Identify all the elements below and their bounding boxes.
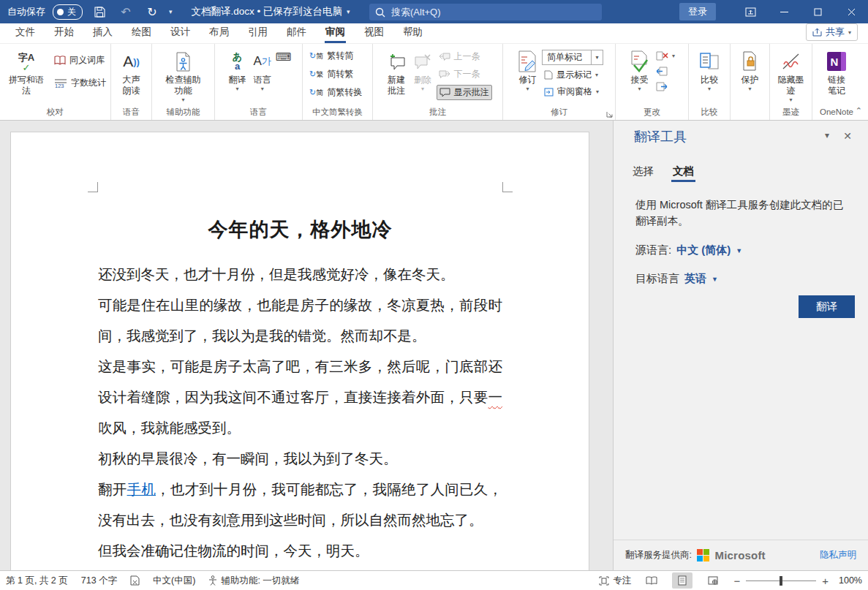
pane-tab-document[interactable]: 文档 xyxy=(673,164,694,182)
web-layout-button[interactable] xyxy=(703,572,723,589)
tab-help[interactable]: 帮助 xyxy=(393,22,432,43)
tab-insert[interactable]: 插入 xyxy=(83,22,122,43)
maximize-button[interactable] xyxy=(801,0,834,23)
tab-mailings[interactable]: 邮件 xyxy=(277,22,316,43)
customize-toolbar-chevron-icon[interactable]: ▾ xyxy=(169,8,173,15)
group-language: あ a 翻译 ▾ A가 语言 ▾ ⌨ 语言 xyxy=(215,44,303,120)
paragraph[interactable]: 可能是住在山里的缘故，也能是房子的缘故，冬凉夏热，前段时间，我感觉到了，我以为是… xyxy=(98,290,502,351)
pane-tab-selection[interactable]: 选择 xyxy=(633,164,654,182)
previous-change-button[interactable] xyxy=(654,66,677,77)
document-heading[interactable]: 今年的天，格外地冷 xyxy=(98,216,502,243)
thesaurus-button[interactable]: 同义词库 xyxy=(52,53,108,67)
hide-ink-button[interactable]: 隐藏墨迹 ▾ xyxy=(774,46,807,103)
language-button[interactable]: A가 语言 ▾ xyxy=(251,46,274,92)
pane-options-chevron-icon[interactable]: ▾ xyxy=(817,128,837,140)
protect-button[interactable]: 保护 ▾ xyxy=(739,46,762,92)
paragraph[interactable]: 翻开手机，也才到十月份，我可能都忘了，我隔绝了人间已久，没有出去，也没有刻意用到… xyxy=(98,474,502,535)
reject-button[interactable]: ▾ xyxy=(654,50,677,61)
zoom-in-button[interactable]: + xyxy=(822,575,829,587)
tab-file[interactable]: 文件 xyxy=(6,22,45,43)
chevron-down-icon[interactable]: ▼ xyxy=(736,247,742,254)
show-markup-button[interactable]: 显示标记 ▾ xyxy=(542,68,603,82)
new-comment-button[interactable]: 新建批注 xyxy=(384,46,410,97)
print-layout-button[interactable] xyxy=(672,572,692,589)
microsoft-logo xyxy=(697,549,710,562)
chevron-down-icon[interactable]: ▾ xyxy=(591,50,603,64)
minimize-button[interactable] xyxy=(767,0,801,23)
next-change-button[interactable] xyxy=(654,81,677,92)
language-indicator[interactable]: 中文(中国) xyxy=(153,575,195,587)
tab-view[interactable]: 视图 xyxy=(355,22,393,43)
paragraph[interactable]: 这是事实，可能是房子太高了吧，有三米多，然后呢，门底部还设计着缝隙，因为我这间不… xyxy=(98,351,502,443)
group-tracking: 修订 ▾ 简单标记 ▾ 显示标记 ▾ xyxy=(503,44,616,120)
traditional-to-simplified-button[interactable]: ↻简 繁转简 xyxy=(307,49,364,63)
source-language-value[interactable]: 中文 (简体) xyxy=(676,243,731,257)
dialog-launcher-icon[interactable] xyxy=(606,111,613,118)
svg-text:123: 123 xyxy=(55,83,64,88)
linked-notes-button[interactable]: N 链接笔记 xyxy=(824,46,849,97)
accept-icon xyxy=(630,48,649,75)
compare-button[interactable]: 比较 ▾ xyxy=(697,46,722,92)
track-changes-button[interactable]: 修订 ▾ xyxy=(515,46,540,92)
paragraph[interactable]: 初秋的早晨很冷，有一瞬间，我以为到了冬天。 xyxy=(98,443,502,474)
autosave-toggle[interactable]: 关 xyxy=(53,4,83,20)
zoom-level[interactable]: 100% xyxy=(839,575,862,586)
group-label: OneNote xyxy=(812,106,861,120)
paragraph[interactable]: 还没到冬天，也才十月份，但是我感觉好冷，像在冬天。 xyxy=(98,259,502,290)
paragraph[interactable]: 但我会准确记住物流的时间，今天，明天。 xyxy=(98,535,502,566)
document-page[interactable]: 今年的天，格外地冷 还没到冬天，也才十月份，但是我感觉好冷，像在冬天。可能是住在… xyxy=(10,132,589,570)
hyperlink[interactable]: 手机 xyxy=(127,481,156,497)
tab-design[interactable]: 设计 xyxy=(161,22,200,43)
close-button[interactable] xyxy=(834,0,868,23)
share-button[interactable]: 共享 ▾ xyxy=(806,23,858,41)
reviewing-pane-button[interactable]: 审阅窗格 ▾ xyxy=(542,85,603,99)
word-count-button[interactable]: 123 字数统计 xyxy=(52,76,108,90)
accept-button[interactable]: 接受 ▾ xyxy=(627,46,652,92)
proofing-status-icon[interactable] xyxy=(130,575,140,586)
read-mode-button[interactable] xyxy=(641,572,662,589)
chevron-down-icon[interactable]: ▼ xyxy=(712,276,718,283)
tab-draw[interactable]: 绘图 xyxy=(122,22,161,43)
focus-mode-button[interactable]: 专注 xyxy=(599,575,631,587)
chevron-down-icon: ▾ xyxy=(526,86,529,92)
simplified-to-traditional-button[interactable]: ↻繁 简转繁 xyxy=(307,67,364,81)
spelling-grammar-button[interactable]: 字A ✓ 拼写和语法 xyxy=(2,46,50,97)
zoom-control: − + xyxy=(733,575,829,587)
page-icon xyxy=(544,70,553,80)
page-indicator[interactable]: 第 1 页, 共 2 页 xyxy=(6,575,68,587)
show-comments-button[interactable]: 显示批注 xyxy=(437,85,492,100)
translate-action-button[interactable]: 翻译 xyxy=(799,295,855,318)
tab-layout[interactable]: 布局 xyxy=(200,22,238,43)
group-speech: A)) 大声朗读 语音 xyxy=(111,44,152,120)
signin-button[interactable]: 登录 xyxy=(679,3,716,20)
check-accessibility-button[interactable]: 检查辅助功能 ▾ xyxy=(162,46,204,103)
tab-references[interactable]: 引用 xyxy=(238,22,277,43)
convert-dialog-button[interactable]: ↻简 简繁转换 xyxy=(307,86,364,99)
translate-button[interactable]: あ a 翻译 ▾ xyxy=(226,46,249,92)
keyboard-icon[interactable]: ⌨ xyxy=(276,46,292,64)
share-icon xyxy=(812,28,822,37)
ribbon-display-options-icon[interactable] xyxy=(733,0,767,23)
word-count-indicator[interactable]: 713 个字 xyxy=(81,575,117,587)
tab-home[interactable]: 开始 xyxy=(45,22,83,43)
tab-review[interactable]: 审阅 xyxy=(316,22,355,43)
save-icon[interactable] xyxy=(90,3,109,20)
zoom-out-button[interactable]: − xyxy=(733,575,740,587)
search-box[interactable] xyxy=(369,4,602,20)
zoom-slider[interactable] xyxy=(746,580,816,581)
reject-icon xyxy=(656,51,668,61)
document-area[interactable]: 今年的天，格外地冷 还没到冬天，也才十月份，但是我感觉好冷，像在冬天。可能是住在… xyxy=(0,121,613,570)
read-aloud-button[interactable]: A)) 大声朗读 xyxy=(120,46,143,97)
accessibility-status[interactable]: 辅助功能: 一切就绪 xyxy=(208,575,299,587)
autosave-state: 关 xyxy=(67,6,76,18)
display-for-review-combo[interactable]: 简单标记 ▾ xyxy=(542,50,603,65)
target-language-value[interactable]: 英语 xyxy=(684,272,706,286)
document-title[interactable]: 文档翻译.docx • 已保存到这台电脑 ▾ xyxy=(192,5,350,18)
read-aloud-icon: A)) xyxy=(123,48,140,75)
pane-close-icon[interactable]: ✕ xyxy=(837,128,858,142)
collapse-ribbon-icon[interactable]: ⌃ xyxy=(856,106,862,116)
redo-icon[interactable]: ↻ xyxy=(143,3,162,20)
privacy-link[interactable]: 隐私声明 xyxy=(820,549,856,561)
zoom-slider-thumb[interactable] xyxy=(780,576,782,586)
search-input[interactable] xyxy=(391,7,596,18)
